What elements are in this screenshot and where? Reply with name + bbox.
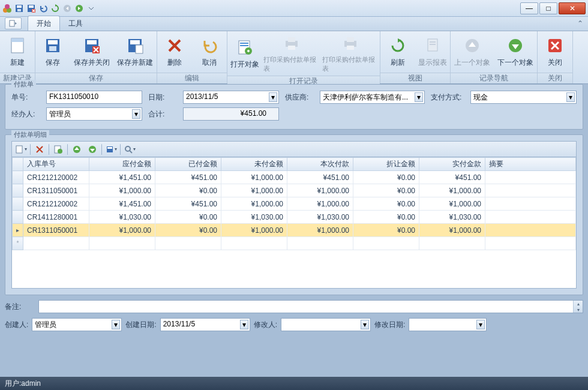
chevron-down-icon[interactable]: ▾ xyxy=(132,109,140,119)
detail-fieldset: 付款单明细 ▾ ▾ ▾ 入库单号 应付金额 已付金额 未付金额 xyxy=(5,134,583,295)
new-icon xyxy=(8,36,27,55)
detail-legend: 付款单明细 xyxy=(11,130,49,139)
svg-rect-31 xyxy=(347,37,354,42)
show-report-button[interactable]: 显示报表 xyxy=(415,31,450,73)
dt-down-button[interactable] xyxy=(86,143,99,155)
window-close-button[interactable]: ✕ xyxy=(559,2,586,14)
new-button[interactable]: 新建 xyxy=(0,31,35,73)
tab-start[interactable]: 开始 xyxy=(28,16,60,31)
chevron-down-icon[interactable]: ▾ xyxy=(566,92,575,102)
input-modifier[interactable]: ▾ xyxy=(281,318,371,331)
table-row[interactable]: CR1411280001¥1,030.00¥0.00 ¥1,030.00¥1,0… xyxy=(13,211,576,224)
dt-delete-button[interactable] xyxy=(33,143,46,155)
print-report2-button[interactable]: 打印采购付款单报表 xyxy=(321,31,380,76)
chevron-down-icon[interactable]: ▾ xyxy=(476,320,485,329)
label-remark: 备注: xyxy=(5,302,34,312)
col-header[interactable]: 实付金款 xyxy=(419,158,485,171)
arrow-down-icon xyxy=(506,36,525,55)
save-button[interactable]: 保存 xyxy=(35,31,70,73)
open-object-button[interactable]: 打开对象 xyxy=(227,31,262,76)
table-row[interactable]: CR1311050001¥1,000.00¥0.00 ¥1,000.00¥1,0… xyxy=(13,184,576,197)
chevron-down-icon[interactable]: ▾ xyxy=(415,92,423,102)
qat-prev-icon[interactable] xyxy=(62,4,72,13)
chevron-down-icon[interactable]: ▾ xyxy=(240,320,248,329)
next-object-button[interactable]: 下一个对象 xyxy=(494,31,537,73)
svg-rect-24 xyxy=(240,43,248,44)
col-header[interactable]: 入库单号 xyxy=(23,158,89,171)
qat-saveclose-icon[interactable] xyxy=(26,4,36,13)
col-header[interactable]: 未付金额 xyxy=(221,158,287,171)
svg-rect-35 xyxy=(430,44,436,45)
prev-object-button[interactable]: 上一个对象 xyxy=(451,31,494,73)
label-mdate: 修改日期: xyxy=(374,320,405,330)
payment-legend: 付款单 xyxy=(11,80,36,89)
label-creator: 创建人: xyxy=(5,320,28,330)
col-header[interactable]: 折让金额 xyxy=(353,158,419,171)
label-cdate: 创建日期: xyxy=(125,320,156,330)
input-no[interactable]: FK1311050010 xyxy=(46,91,142,104)
svg-rect-22 xyxy=(136,45,143,53)
close-button[interactable]: 关闭 xyxy=(538,31,572,73)
chevron-down-icon[interactable]: ▾ xyxy=(112,320,120,329)
maximize-icon: □ xyxy=(546,4,550,13)
input-supplier[interactable]: 天津伊利萨尔客车制造有...▾ xyxy=(320,91,425,104)
print-icon xyxy=(282,34,301,53)
input-cdate[interactable]: 2013/11/5▾ xyxy=(160,318,250,331)
file-menu-button[interactable] xyxy=(5,17,22,29)
save-close-icon xyxy=(82,36,101,55)
dt-new-button[interactable]: ▾ xyxy=(14,143,28,155)
col-header[interactable]: 已付金额 xyxy=(155,158,221,171)
open-object-icon xyxy=(235,38,254,57)
payment-fieldset: 付款单 单号: FK1311050010 日期: 2013/11/5▾ 供应商:… xyxy=(5,84,583,130)
input-mdate[interactable]: ▾ xyxy=(409,318,487,331)
svg-rect-16 xyxy=(49,46,56,51)
dt-up-button[interactable] xyxy=(70,143,83,155)
qat-next-icon[interactable] xyxy=(74,4,84,13)
cancel-button[interactable]: 取消 xyxy=(192,31,227,73)
window-maximize-button[interactable]: □ xyxy=(539,2,557,14)
save-new-button[interactable]: 保存并新建 xyxy=(113,31,157,73)
svg-rect-39 xyxy=(16,146,22,153)
statusbar: 用户: admin xyxy=(0,377,588,390)
refresh-button[interactable]: 刷新 xyxy=(380,31,415,73)
col-header[interactable]: 应付金额 xyxy=(89,158,155,171)
ribbon-collapse-icon[interactable]: ⌃ xyxy=(577,19,583,28)
qat-refresh-icon[interactable] xyxy=(50,4,60,13)
dt-open-button[interactable] xyxy=(52,143,65,155)
tab-tools[interactable]: 工具 xyxy=(60,16,91,31)
scrollbar[interactable]: ▴▾ xyxy=(573,301,583,313)
delete-icon xyxy=(165,36,184,55)
table-row[interactable]: CR1212120002¥1,451.00¥451.00 ¥1,000.00¥1… xyxy=(13,197,576,211)
arrow-up-icon xyxy=(463,36,482,55)
col-header[interactable]: 本次付款 xyxy=(287,158,353,171)
undo-icon xyxy=(200,36,219,55)
print-report1-button[interactable]: 打印采购付款单报表 xyxy=(262,31,321,76)
content-area: 付款单 单号: FK1311050010 日期: 2013/11/5▾ 供应商:… xyxy=(5,84,583,374)
detail-grid[interactable]: 入库单号 应付金额 已付金额 未付金额 本次付款 折让金额 实付金款 摘要 CR… xyxy=(11,157,577,289)
delete-button[interactable]: 删除 xyxy=(157,31,192,73)
chevron-down-icon[interactable]: ▾ xyxy=(361,320,369,329)
dt-search-button[interactable]: ▾ xyxy=(123,143,136,155)
dt-export-button[interactable]: ▾ xyxy=(104,143,118,155)
app-icon xyxy=(2,4,12,13)
label-no: 单号: xyxy=(11,92,40,103)
col-header[interactable]: 摘要 xyxy=(485,158,576,171)
input-paytype[interactable]: 现金▾ xyxy=(470,91,577,104)
qat-undo-icon[interactable] xyxy=(38,4,48,13)
input-handler[interactable]: 管理员▾ xyxy=(46,107,142,121)
input-creator[interactable]: 管理员▾ xyxy=(32,318,122,331)
svg-rect-7 xyxy=(29,5,34,8)
input-remark[interactable]: ▴▾ xyxy=(38,300,583,313)
titlebar: — □ ✕ xyxy=(0,0,588,17)
window-minimize-button[interactable]: — xyxy=(520,2,538,14)
svg-rect-45 xyxy=(107,147,112,149)
qat-dropdown-icon[interactable] xyxy=(86,4,96,13)
save-close-button[interactable]: 保存并关闭 xyxy=(70,31,113,73)
qat-save-icon[interactable] xyxy=(14,4,24,13)
input-date[interactable]: 2013/11/5▾ xyxy=(183,91,279,104)
table-row[interactable]: ▸ CR1311050001¥1,000.00¥0.00 ¥1,000.00¥1… xyxy=(13,224,576,237)
chevron-down-icon[interactable]: ▾ xyxy=(269,92,277,102)
svg-rect-25 xyxy=(240,45,248,46)
table-row[interactable]: CR1212120002¥1,451.00¥451.00 ¥1,000.00¥4… xyxy=(13,171,576,184)
table-new-row[interactable]: * xyxy=(13,237,576,250)
